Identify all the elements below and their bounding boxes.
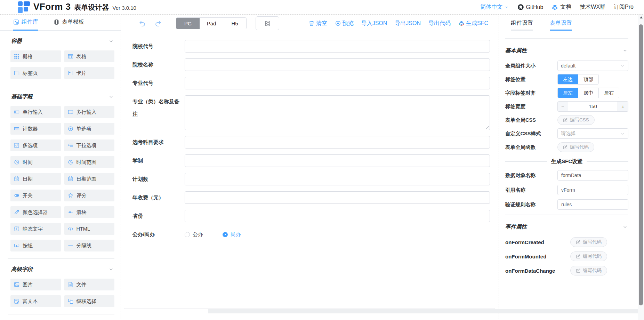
chevron-down-icon[interactable] <box>622 224 628 230</box>
write-css-button[interactable]: 编写CSS <box>557 115 595 125</box>
label-width-value[interactable]: 150 <box>568 102 618 111</box>
form-field-row[interactable]: 计划数 <box>132 173 490 185</box>
write-code-button[interactable]: 编写代码 <box>570 266 607 275</box>
textarea-input[interactable] <box>185 95 490 130</box>
subscribe-pro-link[interactable]: 订阅Pro <box>614 3 634 11</box>
component-item[interactable]: 级联选择 <box>64 295 115 307</box>
language-dropdown[interactable]: 简体中文 <box>481 3 509 11</box>
write-code-button[interactable]: 编写代码 <box>570 251 607 261</box>
radio-option[interactable]: 民办 <box>223 228 241 241</box>
text-input[interactable] <box>185 136 490 149</box>
component-item[interactable]: 颜色选择器 <box>10 206 61 218</box>
component-item[interactable]: 时间 <box>10 156 61 168</box>
tab-form-settings[interactable]: 表单设置 <box>550 15 572 31</box>
device-tab-pc[interactable]: PC <box>176 18 200 29</box>
text-input[interactable] <box>185 77 490 89</box>
radio-option[interactable]: 公办 <box>185 228 203 241</box>
form-field-row[interactable]: 院校名称 <box>132 58 490 71</box>
form-field-row[interactable]: 专业代号 <box>132 77 490 89</box>
form-field-row[interactable]: 专业（类）名称及备注 <box>132 95 490 130</box>
label-align-option[interactable]: 居左 <box>558 88 578 98</box>
text-input[interactable] <box>185 154 490 167</box>
node-tree-button[interactable] <box>256 16 279 30</box>
toolbar-action[interactable]: 导入JSON <box>361 20 387 27</box>
component-item[interactable]: 文件 <box>64 279 115 290</box>
chevron-down-icon[interactable] <box>108 39 114 44</box>
component-item[interactable]: 多行输入 <box>64 106 115 118</box>
sidebar-tab-widget-lib[interactable]: 组件库 <box>13 15 38 31</box>
wechat-group-label: 技术WX群 <box>580 3 605 11</box>
toolbar-action[interactable]: 导出JSON <box>395 20 421 27</box>
component-item[interactable]: 19日期 <box>10 173 61 185</box>
wechat-group-link[interactable]: 技术WX群 <box>580 3 605 11</box>
form-field-row[interactable]: 选考科目要求 <box>132 136 490 149</box>
toolbar-action[interactable]: 导出代码 <box>428 20 451 27</box>
write-code-button[interactable]: 编写代码 <box>557 142 594 152</box>
component-item[interactable]: 单选项 <box>64 123 115 135</box>
horizontal-scrollbar-track[interactable] <box>208 309 638 313</box>
text-input[interactable] <box>185 210 490 222</box>
scrollbar-thumb[interactable] <box>639 24 643 305</box>
component-item[interactable]: 标签页 <box>10 67 61 79</box>
component-item[interactable]: 滑块 <box>64 206 115 218</box>
scroll-up-arrow[interactable] <box>638 15 644 20</box>
form-field-row[interactable]: 省份 <box>132 210 490 222</box>
label-position-option[interactable]: 左边 <box>558 74 578 84</box>
global-size-select[interactable]: default <box>557 61 628 71</box>
label-position-option[interactable]: 顶部 <box>578 74 598 84</box>
text-input[interactable] <box>185 58 490 71</box>
component-item[interactable]: 卡片 <box>64 67 115 79</box>
chevron-down-icon[interactable] <box>622 48 628 53</box>
write-code-button[interactable]: 编写代码 <box>570 237 607 247</box>
data-object-input[interactable] <box>557 170 628 181</box>
github-link[interactable]: GitHub <box>517 4 544 10</box>
component-item[interactable]: 单行输入 <box>10 106 61 118</box>
form-field-row[interactable]: 年收费（元） <box>132 191 490 204</box>
custom-css-select[interactable]: 请选择 <box>557 128 628 139</box>
component-item[interactable]: HTML <box>64 223 115 235</box>
component-item[interactable]: 按钮 <box>10 240 61 251</box>
component-item[interactable]: 开关 <box>10 190 61 201</box>
ref-name-input[interactable] <box>557 185 628 195</box>
toolbar-action[interactable]: 清空 <box>308 20 327 27</box>
form-field-row[interactable]: 院校代号 <box>132 40 490 53</box>
resize-grip[interactable] <box>485 125 489 129</box>
component-item[interactable]: 静态文字 <box>10 223 61 235</box>
device-tab-h5[interactable]: H5 <box>223 18 246 29</box>
vertical-scrollbar[interactable] <box>638 15 644 320</box>
component-item[interactable]: 富文本 <box>10 295 61 307</box>
rate-icon <box>68 193 73 198</box>
label-align-option[interactable]: 居中 <box>578 88 598 98</box>
rules-name-input[interactable] <box>557 199 628 210</box>
docs-link[interactable]: 文档 <box>552 3 571 11</box>
redo-icon[interactable] <box>154 19 162 27</box>
component-item[interactable]: 123计数器 <box>10 123 61 135</box>
minus-icon[interactable]: − <box>558 102 568 111</box>
chevron-down-icon[interactable] <box>108 267 114 272</box>
component-item[interactable]: 时间范围 <box>64 156 115 168</box>
component-item[interactable]: 表格 <box>64 50 115 62</box>
plus-icon[interactable]: + <box>618 102 628 111</box>
text-input[interactable] <box>185 191 490 204</box>
component-item[interactable]: 多选项 <box>10 139 61 151</box>
component-item[interactable]: 栅格 <box>10 50 61 62</box>
undo-icon[interactable] <box>138 19 146 27</box>
component-item[interactable]: 分隔线 <box>64 240 115 251</box>
text-input[interactable] <box>185 173 490 185</box>
form-canvas[interactable]: 院校代号院校名称专业代号专业（类）名称及备注选考科目要求学制计划数年收费（元）省… <box>124 33 495 309</box>
form-field-row[interactable]: 公办/民办公办民办 <box>132 228 490 241</box>
text-input[interactable] <box>185 40 490 53</box>
component-item[interactable]: 下拉选项 <box>64 139 115 151</box>
label-align-option[interactable]: 居右 <box>598 88 619 98</box>
toolbar-action[interactable]: 生成SFC <box>458 20 488 27</box>
component-item[interactable]: 评分 <box>64 190 115 201</box>
form-field-row[interactable]: 学制 <box>132 154 490 167</box>
sidebar-tab-form-template[interactable]: 表单模板 <box>54 15 84 31</box>
toolbar-action[interactable]: 预览 <box>335 20 354 27</box>
device-tab-pad[interactable]: Pad <box>200 18 223 29</box>
tab-widget-settings[interactable]: 组件设置 <box>511 15 533 31</box>
chevron-down-icon[interactable] <box>108 94 114 99</box>
custom-css-label: 自定义CSS样式 <box>505 130 557 137</box>
component-item[interactable]: 图片 <box>10 279 61 290</box>
component-item[interactable]: 日期范围 <box>64 173 115 185</box>
